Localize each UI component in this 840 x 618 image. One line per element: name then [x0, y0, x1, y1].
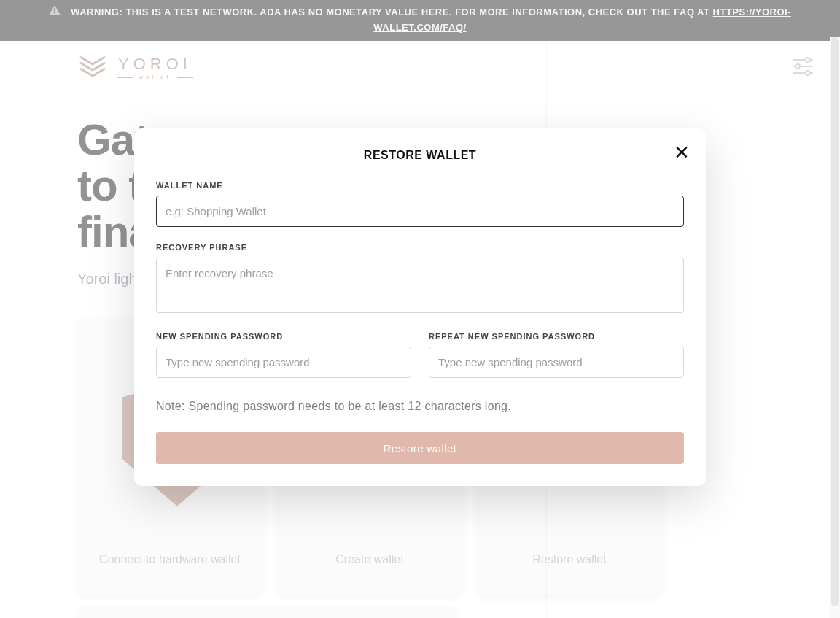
- repeat-password-input[interactable]: [429, 347, 684, 378]
- modal-title: RESTORE WALLET: [156, 149, 684, 162]
- recovery-phrase-input[interactable]: [156, 258, 684, 313]
- wallet-name-label: WALLET NAME: [156, 181, 684, 190]
- recovery-phrase-label: RECOVERY PHRASE: [156, 243, 684, 252]
- new-password-label: NEW SPENDING PASSWORD: [156, 332, 411, 341]
- new-password-input[interactable]: [156, 347, 411, 378]
- restore-wallet-modal: RESTORE WALLET ✕ WALLET NAME RECOVERY PH…: [134, 128, 706, 486]
- password-note: Note: Spending password needs to be at l…: [156, 400, 684, 413]
- restore-wallet-button[interactable]: Restore wallet: [156, 432, 684, 464]
- repeat-password-label: REPEAT NEW SPENDING PASSWORD: [429, 332, 684, 341]
- wallet-name-input[interactable]: [156, 196, 684, 227]
- close-icon: ✕: [674, 142, 690, 163]
- modal-close-button[interactable]: ✕: [674, 143, 690, 162]
